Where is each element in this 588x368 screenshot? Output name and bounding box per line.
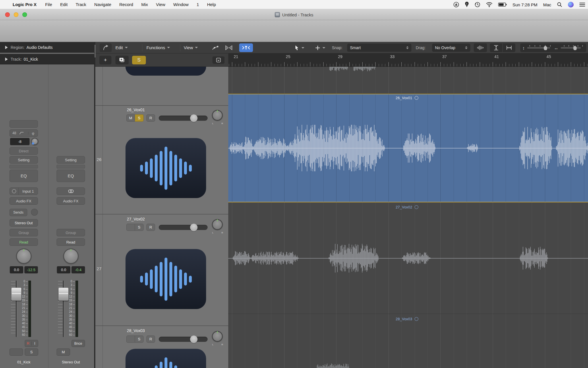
vertical-zoom-slider[interactable] <box>527 47 550 49</box>
mute-button[interactable]: M <box>126 114 135 122</box>
record-enable-button[interactable]: R <box>146 224 155 231</box>
solo-button[interactable]: S <box>135 114 144 122</box>
drag-dropdown[interactable]: No Overlap <box>432 44 470 52</box>
strip2-group-button[interactable]: Group <box>57 229 85 236</box>
strip2-format-button[interactable] <box>57 187 85 195</box>
spotlight-icon[interactable] <box>557 2 562 7</box>
strip1-blank-slot[interactable] <box>9 120 38 128</box>
strip1-group-button[interactable]: Group <box>9 229 38 236</box>
input-gain-value[interactable]: -8 <box>10 138 30 145</box>
region-loop-icon[interactable] <box>415 317 418 321</box>
snap-dropdown[interactable]: Smart <box>347 44 411 52</box>
strip1-solo-button[interactable]: S <box>25 348 38 356</box>
track-volume-slider[interactable] <box>159 337 208 342</box>
strip2-setting-button[interactable]: Setting <box>57 156 85 164</box>
left-click-tool-menu[interactable] <box>291 43 308 52</box>
track-pan-knob[interactable]: LR <box>212 331 223 346</box>
track-volume-slider[interactable] <box>159 225 208 230</box>
tracks-view-menu[interactable]: View <box>184 42 198 53</box>
low-cut-filter-button[interactable] <box>19 132 29 135</box>
menu-navigate[interactable]: Navigate <box>90 2 115 7</box>
wifi-icon[interactable] <box>486 2 492 7</box>
strip2-automation-mode-button[interactable]: Read <box>57 238 85 246</box>
notification-center-icon[interactable] <box>579 2 585 7</box>
solo-button[interactable]: S <box>135 336 144 343</box>
strip1-mute-button[interactable] <box>9 348 23 356</box>
menu-edit[interactable]: Edit <box>56 2 72 7</box>
menu-record[interactable]: Record <box>115 2 137 7</box>
input-monitoring-button[interactable]: I <box>32 341 38 346</box>
strip1-input-slot[interactable]: Input 1 <box>9 187 38 195</box>
notification-pin-icon[interactable] <box>465 2 469 7</box>
input-monitor-icon[interactable] <box>10 188 19 195</box>
siri-icon[interactable] <box>568 2 574 7</box>
region-loop-icon[interactable] <box>415 96 418 100</box>
strip1-volume-value[interactable]: -12.5 <box>24 266 38 273</box>
record-enable-button[interactable]: R <box>146 336 155 343</box>
automation-button[interactable] <box>210 43 221 52</box>
strip2-eq-button[interactable]: EQ <box>57 170 85 182</box>
track-pan-knob[interactable]: L R <box>212 110 223 125</box>
phantom-48v-button[interactable]: 48 <box>10 131 19 135</box>
menu-view[interactable]: View <box>152 2 169 7</box>
menu-track[interactable]: Track <box>71 2 90 7</box>
send-level-knob[interactable] <box>31 209 38 216</box>
disclosure-triangle-icon[interactable] <box>5 46 8 49</box>
strip1-sends-button[interactable]: Sends <box>9 209 27 216</box>
menu-1[interactable]: 1 <box>193 2 203 7</box>
direct-monitoring-button[interactable]: Direct <box>9 147 38 155</box>
track-pan-knob[interactable]: LR <box>212 219 223 234</box>
record-enable-button[interactable]: R <box>146 114 155 122</box>
back-navigation-button[interactable] <box>100 43 112 52</box>
waveform-zoom-button[interactable] <box>474 43 487 52</box>
track-volume-slider[interactable] <box>159 116 208 121</box>
strip1-setting-button[interactable]: Setting <box>9 156 38 164</box>
catch-playhead-button[interactable] <box>239 43 253 52</box>
strip2-pan-value[interactable]: 0.0 <box>57 266 70 273</box>
strip2-pan-knob[interactable] <box>63 248 79 264</box>
strip1-eq-button[interactable]: EQ <box>9 170 38 182</box>
strip1-automation-mode-button[interactable]: Read <box>9 238 38 246</box>
track-name[interactable]: 26_Vox01 <box>127 108 145 112</box>
menu-window[interactable]: Window <box>169 2 192 7</box>
region-inspector-header[interactable]: Region: Audio Defaults <box>0 42 95 53</box>
horizontal-auto-zoom-button[interactable] <box>503 43 515 52</box>
tracks-functions-menu[interactable]: Functions <box>146 42 170 53</box>
tracks-edit-menu[interactable]: Edit <box>115 42 128 53</box>
track-list-solo-button[interactable]: S <box>132 56 146 64</box>
strip1-output-button[interactable]: Stereo Out <box>9 219 38 227</box>
input-gain-knob[interactable] <box>31 138 38 145</box>
time-machine-icon[interactable] <box>475 2 480 7</box>
track-header-options-button[interactable] <box>212 56 225 64</box>
record-enable-button[interactable]: R <box>25 341 32 346</box>
horizontal-zoom-slider[interactable] <box>561 47 581 49</box>
menu-file[interactable]: File <box>41 2 56 7</box>
track-inspector-header[interactable]: Track: 01_Kick <box>0 54 95 64</box>
strip2-audio-fx-button[interactable]: Audio FX <box>57 197 85 205</box>
menu-bar-clock[interactable]: Sun 7:28 PM <box>512 2 537 7</box>
strip1-eq-thumbnail[interactable] <box>9 165 38 168</box>
strip1-pan-knob[interactable] <box>16 248 32 264</box>
flex-button[interactable] <box>223 43 235 52</box>
track-name[interactable]: 27_Vox02 <box>127 217 145 221</box>
battery-icon[interactable] <box>498 2 507 7</box>
mute-button[interactable] <box>126 224 135 231</box>
vertical-auto-zoom-button[interactable] <box>490 43 503 52</box>
region-26-vox01[interactable]: 26_Vox01 <box>228 94 588 202</box>
app-menu[interactable]: Logic Pro X <box>8 2 41 7</box>
eject-icon[interactable] <box>453 2 459 7</box>
disclosure-triangle-icon[interactable] <box>5 57 8 61</box>
command-click-tool-menu[interactable] <box>312 43 329 52</box>
duplicate-track-button[interactable] <box>115 56 129 64</box>
region-28-vox03[interactable]: 28_Vox03 <box>228 314 588 368</box>
solo-button[interactable]: S <box>135 224 144 231</box>
strip1-audio-fx-button[interactable]: Audio FX <box>9 197 38 205</box>
region-27-vox02[interactable]: 27_Vox02 <box>228 202 588 314</box>
menu-mix[interactable]: Mix <box>137 2 152 7</box>
menu-help[interactable]: Help <box>203 2 220 7</box>
mute-button[interactable] <box>126 336 135 343</box>
phase-invert-button[interactable]: φ <box>28 131 38 135</box>
add-track-button[interactable]: + <box>99 56 111 64</box>
strip2-volume-value[interactable]: -0.4 <box>71 266 85 273</box>
strip2-bounce-button[interactable]: Bnce <box>71 340 85 347</box>
